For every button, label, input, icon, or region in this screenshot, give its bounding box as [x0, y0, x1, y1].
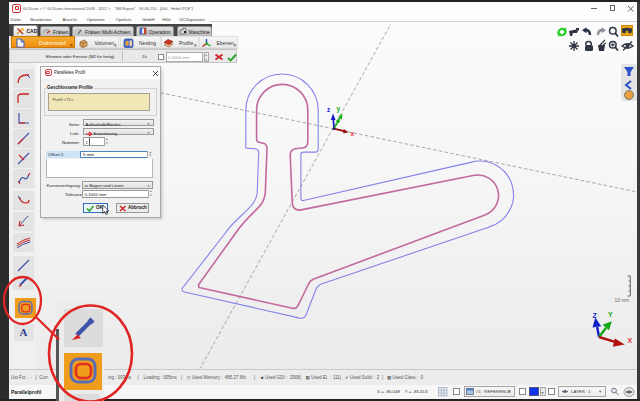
svg-text:y: y: [337, 105, 341, 113]
svg-text:Y: Y: [608, 311, 613, 318]
svg-text:10 mm: 10 mm: [615, 298, 630, 303]
svg-text:z: z: [327, 106, 331, 113]
svg-text:Z: Z: [593, 312, 598, 319]
svg-text:X: X: [628, 337, 633, 344]
svg-text:x: x: [351, 130, 355, 137]
